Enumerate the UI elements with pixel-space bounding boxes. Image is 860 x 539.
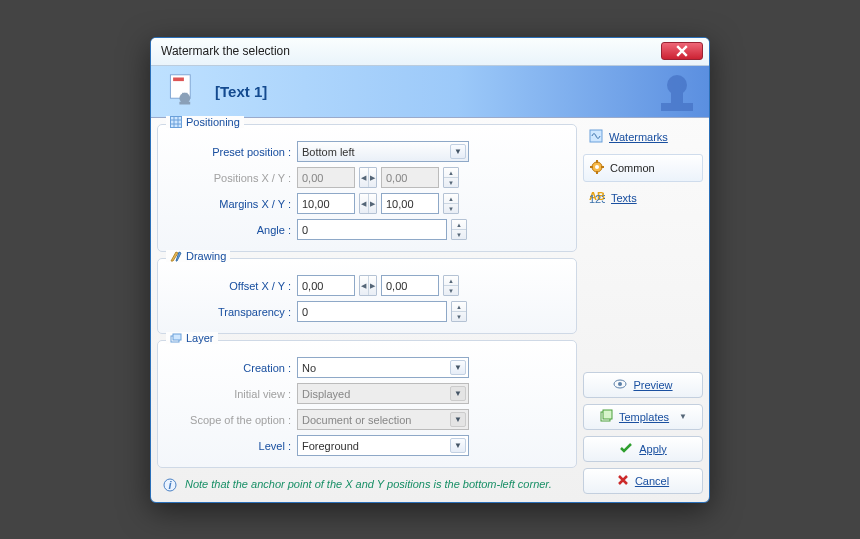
note-row: i Note that the anchor point of the X an…	[157, 474, 577, 494]
templates-icon	[599, 409, 613, 425]
chevron-down-icon: ▼	[450, 386, 466, 401]
templates-button[interactable]: Templates ▼	[583, 404, 703, 430]
header-document-stamp-icon	[165, 73, 201, 109]
svg-rect-3	[179, 102, 190, 105]
form-pane: Positioning Preset position : Bottom lef…	[157, 124, 577, 494]
offset-lr-stepper[interactable]: ◀▶	[359, 275, 377, 296]
offset-xy-label: Offset X / Y :	[166, 280, 291, 292]
eye-icon	[613, 379, 627, 391]
preset-position-label: Preset position :	[166, 146, 291, 158]
header-stamp-decoration-icon	[639, 71, 699, 117]
action-buttons: Preview Templates ▼ Apply	[583, 332, 703, 494]
initial-view-label: Initial view :	[166, 388, 291, 400]
close-icon	[676, 45, 688, 57]
tab-texts[interactable]: ABC123 Texts	[583, 186, 703, 210]
svg-rect-8	[171, 116, 182, 127]
text-icon: ABC123	[589, 191, 605, 205]
grid-icon	[170, 116, 182, 128]
margin-y-stepper[interactable]: ▲▼	[443, 193, 459, 214]
cancel-button[interactable]: Cancel	[583, 468, 703, 494]
layer-legend: Layer	[166, 332, 218, 344]
drawing-legend: Drawing	[166, 250, 230, 262]
cancel-icon	[617, 474, 629, 488]
window-title: Watermark the selection	[161, 44, 290, 58]
pencil-brush-icon	[170, 250, 182, 262]
header-title: [Text 1]	[215, 83, 267, 100]
margins-xy-label: Margins X / Y :	[166, 198, 291, 210]
titlebar: Watermark the selection	[151, 38, 709, 66]
chevron-down-icon: ▼	[450, 360, 466, 375]
watermark-icon	[589, 129, 603, 145]
position-y-stepper[interactable]: ▲▼	[443, 167, 459, 188]
scope-label: Scope of the option :	[166, 414, 291, 426]
angle-stepper[interactable]: ▲▼	[451, 219, 467, 240]
tab-common[interactable]: Common	[583, 154, 703, 182]
svg-point-15	[595, 165, 599, 169]
margin-lr-stepper[interactable]: ◀▶	[359, 193, 377, 214]
layers-icon	[170, 332, 182, 344]
level-select[interactable]: Foreground ▼	[297, 435, 469, 456]
initial-view-select: Displayed ▼	[297, 383, 469, 404]
chevron-down-icon: ▼	[679, 412, 687, 421]
close-button[interactable]	[661, 42, 703, 60]
transparency-input[interactable]	[297, 301, 447, 322]
svg-rect-10	[173, 334, 181, 340]
positions-xy-label: Positions X / Y :	[166, 172, 291, 184]
position-x-input	[297, 167, 355, 188]
margin-y-input[interactable]	[381, 193, 439, 214]
creation-select[interactable]: No ▼	[297, 357, 469, 378]
note-text: Note that the anchor point of the X and …	[185, 478, 552, 490]
svg-rect-4	[182, 93, 187, 100]
offset-y-stepper[interactable]: ▲▼	[443, 275, 459, 296]
positioning-group: Positioning Preset position : Bottom lef…	[157, 124, 577, 252]
svg-text:123: 123	[589, 193, 605, 203]
header-band: [Text 1]	[151, 66, 709, 118]
chevron-down-icon: ▼	[450, 412, 466, 427]
scope-select: Document or selection ▼	[297, 409, 469, 430]
check-icon	[619, 442, 633, 456]
svg-point-23	[618, 382, 622, 386]
preview-button[interactable]: Preview	[583, 372, 703, 398]
creation-label: Creation :	[166, 362, 291, 374]
angle-label: Angle :	[166, 224, 291, 236]
gear-icon	[590, 160, 604, 176]
offset-x-input[interactable]	[297, 275, 355, 296]
apply-button[interactable]: Apply	[583, 436, 703, 462]
positioning-legend: Positioning	[166, 116, 244, 128]
dialog-window: Watermark the selection [Text 1]	[150, 37, 710, 503]
info-icon: i	[163, 478, 177, 494]
chevron-down-icon: ▼	[450, 144, 466, 159]
margin-x-input[interactable]	[297, 193, 355, 214]
svg-rect-6	[671, 83, 683, 103]
tab-watermarks[interactable]: Watermarks	[583, 124, 703, 150]
right-pane: Watermarks Common ABC123 Texts	[583, 124, 703, 494]
transparency-stepper[interactable]: ▲▼	[451, 301, 467, 322]
layer-group: Layer Creation : No ▼ Initial view : Dis…	[157, 340, 577, 468]
angle-input[interactable]	[297, 219, 447, 240]
position-y-input	[381, 167, 439, 188]
svg-rect-25	[603, 410, 612, 419]
preset-position-select[interactable]: Bottom left ▼	[297, 141, 469, 162]
level-label: Level :	[166, 440, 291, 452]
chevron-down-icon: ▼	[450, 438, 466, 453]
svg-rect-7	[661, 103, 693, 111]
position-lr-stepper[interactable]: ◀▶	[359, 167, 377, 188]
drawing-group: Drawing Offset X / Y : ◀▶ ▲▼ Transparenc…	[157, 258, 577, 334]
transparency-label: Transparency :	[166, 306, 291, 318]
svg-rect-1	[173, 78, 184, 82]
main-content: Positioning Preset position : Bottom lef…	[151, 118, 709, 502]
offset-y-input[interactable]	[381, 275, 439, 296]
